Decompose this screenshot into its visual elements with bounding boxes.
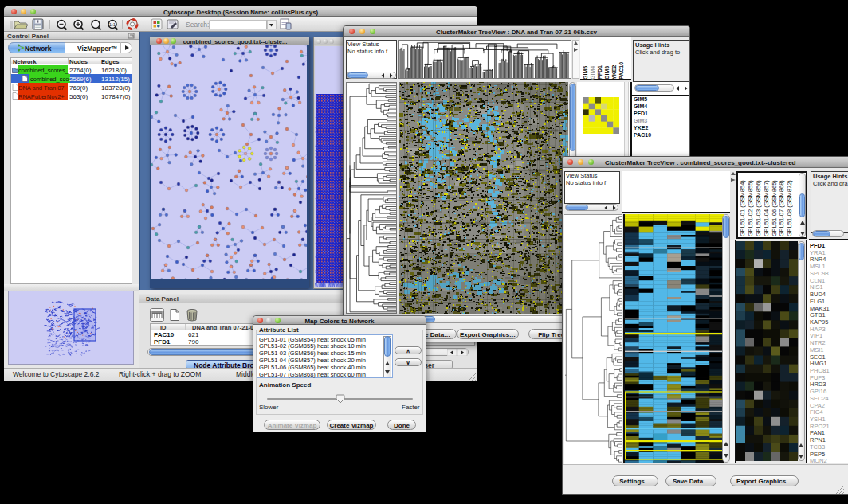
- svg-text:Search:: Search:: [186, 21, 209, 29]
- svg-text:1:1: 1:1: [109, 22, 116, 27]
